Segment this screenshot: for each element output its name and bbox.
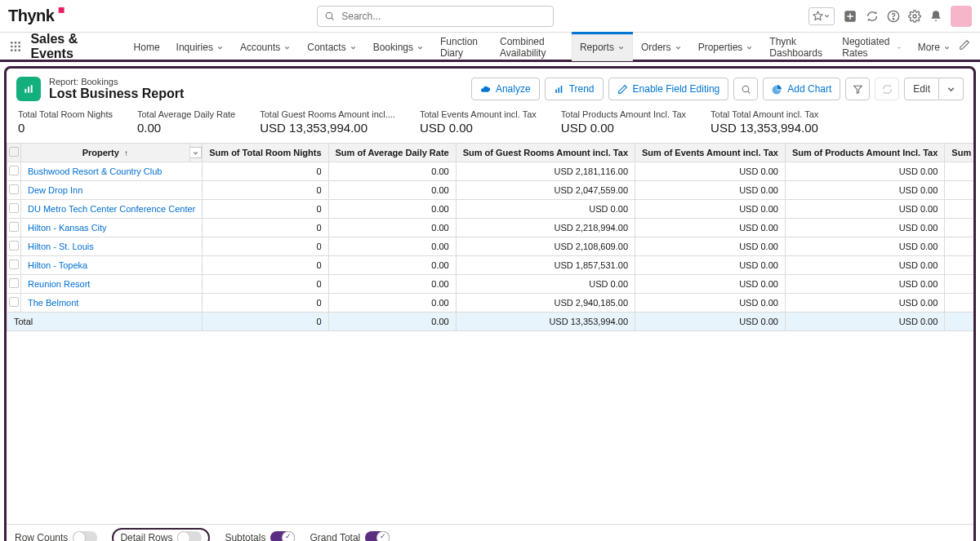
svg-point-15 <box>18 49 20 51</box>
property-cell[interactable]: Reunion Resort <box>21 275 203 294</box>
row-checkbox[interactable] <box>7 162 21 181</box>
report-eyebrow: Report: Bookings <box>49 77 184 86</box>
bell-icon <box>929 10 942 23</box>
data-cell: 0.00 <box>328 275 456 294</box>
data-cell: 0 <box>203 181 328 200</box>
total-cell: USD 0.00 <box>785 313 944 331</box>
analyze-button[interactable]: Analyze <box>471 78 540 100</box>
property-cell[interactable]: Dew Drop Inn <box>21 181 203 200</box>
row-checkbox[interactable] <box>7 237 21 256</box>
row-counts-toggle[interactable]: Row Counts <box>15 531 97 542</box>
column-header[interactable]: Sum of Guest Rooms Amount incl. Tax <box>456 144 635 162</box>
property-link[interactable]: Bushwood Resort & Country Club <box>28 166 162 176</box>
favorites-menu[interactable] <box>808 7 835 25</box>
nav-tab-home[interactable]: Home <box>126 32 168 61</box>
edit-menu-button[interactable] <box>939 78 964 100</box>
total-cell: 0.00 <box>328 313 456 331</box>
data-cell: USD 0.00 <box>785 181 944 200</box>
notifications-button[interactable] <box>929 10 942 23</box>
nav-tab-function-diary[interactable]: Function Diary <box>432 32 492 61</box>
property-link[interactable]: Dew Drop Inn <box>28 185 82 195</box>
property-link[interactable]: Hilton - St. Louis <box>28 242 94 251</box>
column-header[interactable]: Sum of Total Amount incl. Tax <box>945 144 973 162</box>
pencil-icon <box>959 39 970 51</box>
add-chart-button[interactable]: Add Chart <box>763 78 840 100</box>
grand-total-toggle[interactable]: Grand Total <box>310 531 390 542</box>
kpi-card: Total Guest Rooms Amount incl....USD 13,… <box>260 109 395 135</box>
row-checkbox[interactable] <box>7 200 21 219</box>
refresh-icon <box>882 84 893 95</box>
filter-button[interactable] <box>845 78 870 100</box>
nav-tab-contacts[interactable]: Contacts <box>299 32 364 61</box>
column-options-button[interactable] <box>189 144 203 162</box>
edit-nav-button[interactable] <box>959 39 970 53</box>
nav-tab-bookings[interactable]: Bookings <box>365 32 432 61</box>
property-link[interactable]: DU Metro Tech Center Conference Center <box>28 204 195 214</box>
nav-tab-accounts[interactable]: Accounts <box>232 32 299 61</box>
subtotals-toggle[interactable]: Subtotals <box>225 531 295 542</box>
row-checkbox[interactable] <box>7 181 21 200</box>
select-all-header[interactable] <box>7 144 21 162</box>
property-link[interactable]: The Belmont <box>28 298 78 308</box>
property-link[interactable]: Reunion Resort <box>28 279 90 289</box>
nav-tab-thynk-dashboards[interactable]: Thynk Dashboards <box>761 32 834 61</box>
switch-off[interactable] <box>73 531 97 542</box>
property-cell[interactable]: Bushwood Resort & Country Club <box>21 162 203 181</box>
edit-button[interactable]: Edit <box>904 78 939 100</box>
chevron-down-icon <box>192 149 199 157</box>
nav-tab-properties[interactable]: Properties <box>690 32 762 61</box>
column-header[interactable]: Sum of Products Amount Incl. Tax <box>785 144 944 162</box>
enable-field-editing-button[interactable]: Enable Field Editing <box>608 78 729 100</box>
switch-on[interactable] <box>365 531 390 542</box>
row-checkbox[interactable] <box>7 275 21 294</box>
help-button[interactable] <box>887 10 900 23</box>
property-cell[interactable]: Hilton - Kansas City <box>21 219 203 237</box>
nav-tab-combined-availability[interactable]: Combined Availability <box>492 32 572 61</box>
report-header: Report: Bookings Lost Business Report An… <box>7 69 973 106</box>
sync-button[interactable] <box>866 10 879 23</box>
row-checkbox[interactable] <box>7 256 21 275</box>
global-search-input[interactable] <box>340 10 546 23</box>
add-chart-label: Add Chart <box>787 83 831 95</box>
detail-rows-toggle[interactable]: Detail Rows <box>112 528 210 542</box>
column-header[interactable]: Sum of Average Daily Rate <box>328 144 456 162</box>
global-add-button[interactable] <box>843 9 858 24</box>
report-type-icon <box>16 77 41 101</box>
setup-button[interactable] <box>908 10 921 23</box>
row-counts-label: Row Counts <box>15 532 68 542</box>
nav-tab-negotiated-rates[interactable]: Negotiated Rates <box>834 32 909 61</box>
nav-tab-label: More <box>918 42 940 53</box>
column-header[interactable]: Sum of Total Room Nights <box>203 144 328 162</box>
column-header-property[interactable]: Property ↑ <box>21 144 190 162</box>
property-cell[interactable]: The Belmont <box>21 294 203 313</box>
svg-rect-20 <box>555 89 557 92</box>
data-cell: USD 0.00 <box>785 162 944 181</box>
report-icon <box>22 82 35 95</box>
property-cell[interactable]: Hilton - Topeka <box>21 256 203 275</box>
property-link[interactable]: Hilton - Topeka <box>28 260 87 270</box>
nav-tab-reports[interactable]: Reports <box>572 32 633 61</box>
switch-on[interactable] <box>270 531 295 542</box>
svg-point-9 <box>18 42 20 44</box>
nav-tab-inquiries[interactable]: Inquiries <box>168 32 232 61</box>
data-cell: USD 0.00 <box>945 275 973 294</box>
app-launcher[interactable] <box>7 37 24 56</box>
user-avatar[interactable] <box>951 6 972 27</box>
kpi-value: 0.00 <box>137 121 235 135</box>
global-search[interactable] <box>317 6 554 27</box>
row-checkbox[interactable] <box>7 294 21 313</box>
svg-rect-18 <box>28 86 29 92</box>
table-row: Hilton - Kansas City00.00USD 2,218,994.0… <box>7 219 974 237</box>
property-cell[interactable]: DU Metro Tech Center Conference Center <box>21 200 203 219</box>
column-header[interactable]: Sum of Events Amount incl. Tax <box>635 144 786 162</box>
nav-tab-more[interactable]: More <box>910 32 959 61</box>
switch-off[interactable] <box>177 531 202 542</box>
property-link[interactable]: Hilton - Kansas City <box>28 223 107 233</box>
trend-button[interactable]: Trend <box>545 78 604 100</box>
nav-tab-orders[interactable]: Orders <box>633 32 690 61</box>
search-report-button[interactable] <box>733 78 758 100</box>
property-cell[interactable]: Hilton - St. Louis <box>21 237 203 256</box>
refresh-button[interactable] <box>875 78 899 100</box>
total-cell: 0 <box>203 313 328 331</box>
row-checkbox[interactable] <box>7 219 21 237</box>
